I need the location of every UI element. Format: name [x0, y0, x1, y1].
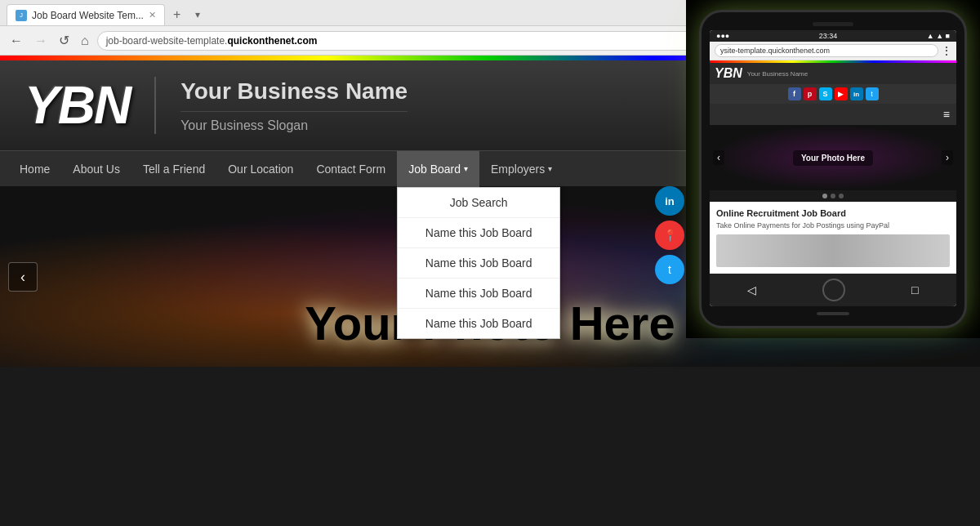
phone-business: Your Business Name — [747, 70, 808, 78]
phone-carousel-dots — [710, 190, 956, 202]
phone-hero-text: Your Photo Here — [793, 150, 873, 166]
phone-browser-bar: ysite-template.quickonthenet.com ⋮ — [710, 42, 956, 60]
tab-dropdown-btn[interactable]: ▾ — [189, 4, 207, 25]
phone-hero-prev[interactable]: ‹ — [713, 150, 724, 165]
phone-home-btn[interactable] — [822, 279, 845, 301]
nav-back-btn[interactable]: ← — [7, 32, 26, 50]
hero-prev-btn[interactable]: ‹ — [8, 262, 38, 292]
phone-nav-bar: ≡ — [710, 104, 956, 125]
logo-divider — [154, 77, 156, 134]
dropdown-item-1[interactable]: Name this Job Board — [398, 218, 559, 248]
phone-device: ●●● 23:34 ▲ ▲ ■ ysite-template.quickonth… — [699, 10, 967, 328]
business-slogan: Your Business Slogan — [180, 111, 408, 133]
phone-social-tw[interactable]: t — [866, 87, 879, 100]
nav-refresh-btn[interactable]: ↺ — [56, 31, 73, 50]
phone-hero-next[interactable]: › — [942, 150, 953, 165]
phone-hamburger-icon[interactable]: ≡ — [943, 108, 950, 121]
phone-section-text: Take Online Payments for Job Postings us… — [716, 221, 950, 230]
dropdown-item-4[interactable]: Name this Job Board — [398, 309, 559, 338]
phone-screen: ●●● 23:34 ▲ ▲ ■ ysite-template.quickonth… — [710, 30, 956, 306]
address-domain-text: quickonthenet.com — [227, 35, 317, 47]
phone-logo: YBN — [715, 66, 742, 81]
phone-img-placeholder — [716, 234, 950, 267]
phone-social-p[interactable]: p — [804, 87, 817, 100]
right-social-icons: in 📍 t — [655, 186, 684, 284]
dropdown-item-search[interactable]: Job Search — [398, 188, 559, 218]
phone-social-s[interactable]: S — [819, 87, 832, 100]
nav-forward-btn[interactable]: → — [31, 32, 51, 50]
tab-favicon: J — [16, 10, 27, 21]
nav-item-tell[interactable]: Tell a Friend — [131, 151, 216, 187]
browser-tab[interactable]: J Job Board Website Tem... ✕ — [7, 4, 165, 25]
phone-top — [710, 20, 956, 27]
mobile-preview-panel: View on Mobile Phone ●●● 23:34 ▲ ▲ ■ ysi… — [686, 0, 980, 338]
phone-dot-1 — [822, 194, 827, 198]
phone-social-bar: f p S ▶ in t — [710, 84, 956, 104]
nav-employers-caret: ▾ — [548, 164, 552, 173]
site-wrapper: YBN Your Business Name Your Business Slo… — [0, 56, 980, 367]
phone-social-in[interactable]: in — [850, 87, 863, 100]
address-text: job-board-website-template. — [106, 35, 228, 47]
business-name: Your Business Name — [180, 78, 408, 105]
nav-item-contact[interactable]: Contact Form — [305, 151, 397, 187]
nav-item-employers[interactable]: Employers ▾ — [479, 151, 564, 187]
nav-employers-label: Employers — [491, 163, 545, 176]
phone-content: Online Recruitment Job Board Take Online… — [710, 202, 956, 274]
nav-item-jobboard[interactable]: Job Board ▾ — [397, 151, 479, 187]
nav-jobboard-caret: ▾ — [464, 164, 468, 173]
dropdown-item-3[interactable]: Name this Job Board — [398, 279, 559, 309]
right-social-linkedin[interactable]: in — [655, 186, 684, 216]
nav-item-about[interactable]: About Us — [61, 151, 131, 187]
phone-back-btn[interactable]: ◁ — [747, 283, 756, 296]
nav-item-home[interactable]: Home — [8, 151, 61, 187]
phone-social-f[interactable]: f — [788, 87, 801, 100]
header-text: Your Business Name Your Business Slogan — [180, 78, 408, 134]
dropdown-item-2[interactable]: Name this Job Board — [398, 248, 559, 279]
nav-home-btn[interactable]: ⌂ — [78, 32, 92, 50]
phone-dot-2 — [831, 194, 835, 198]
phone-url[interactable]: ysite-template.quickonthenet.com — [715, 44, 938, 57]
phone-section-title: Online Recruitment Job Board — [716, 208, 950, 218]
tab-close-icon[interactable]: ✕ — [149, 10, 156, 20]
phone-dot-3 — [839, 194, 844, 198]
phone-bottom-bar: ◁ □ — [710, 274, 956, 306]
phone-overview-btn[interactable]: □ — [911, 283, 918, 296]
new-tab-btn[interactable]: + — [167, 4, 187, 25]
phone-site-header: YBN Your Business Name — [710, 63, 956, 84]
right-social-maps[interactable]: 📍 — [655, 221, 684, 250]
site-logo: YBN — [24, 79, 130, 132]
nav-item-location[interactable]: Our Location — [216, 151, 305, 187]
phone-social-yt[interactable]: ▶ — [835, 87, 848, 100]
nav-jobboard-label: Job Board — [408, 163, 461, 176]
phone-bottom — [710, 310, 956, 318]
tab-title: Job Board Website Tem... — [32, 10, 144, 21]
phone-status-bar: ●●● 23:34 ▲ ▲ ■ — [710, 30, 956, 42]
right-social-twitter[interactable]: t — [655, 255, 684, 284]
phone-hero: ‹ Your Photo Here › — [710, 125, 956, 190]
jobboard-dropdown: Job Search Name this Job Board Name this… — [397, 187, 560, 339]
phone-menu-btn[interactable]: ⋮ — [942, 45, 951, 56]
nav-item-jobboard-wrapper: Job Board ▾ Job Search Name this Job Boa… — [397, 151, 479, 187]
